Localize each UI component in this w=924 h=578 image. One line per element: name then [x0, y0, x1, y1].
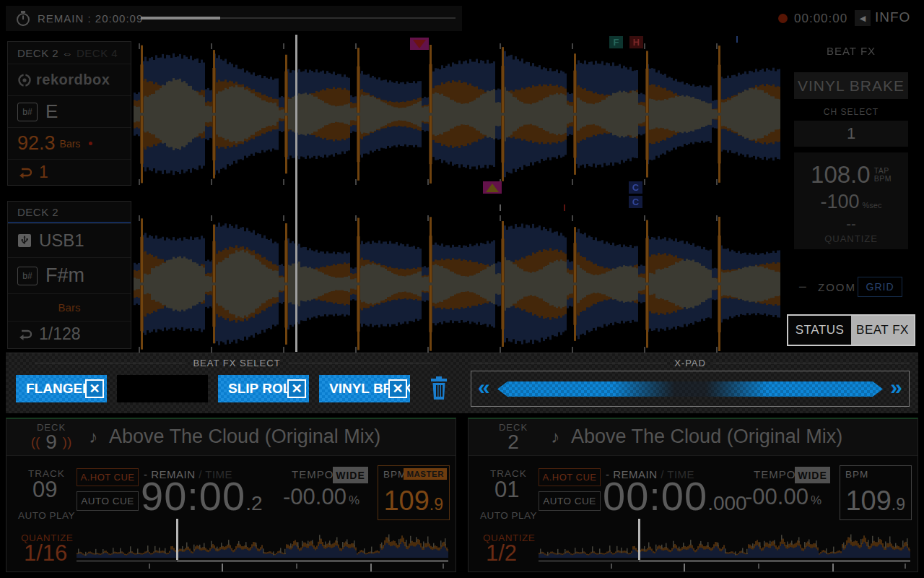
info-label[interactable]: INFO — [875, 9, 910, 25]
grid-button[interactable]: GRID — [858, 277, 902, 297]
deck-link-active: DECK 2 — [17, 47, 58, 59]
phrase-ticks — [539, 564, 910, 572]
marker-tick — [564, 204, 565, 211]
beatfx-header: BEAT FX — [789, 45, 913, 57]
beatfx-parameters: 108.0 TAPBPM -100 %sec -- QUANTIZE — [794, 152, 908, 249]
beatfx-quantize-label: QUANTIZE — [794, 233, 908, 244]
loop-row: 1 — [8, 159, 131, 185]
xpad-left-chevron-icon: « — [478, 375, 490, 400]
bars-row: Bars — [8, 293, 131, 321]
beatfx-name-display[interactable]: VINYL BRAKE — [794, 72, 908, 99]
beatfx-select-label: BEAT FX SELECT — [193, 358, 280, 368]
progress-remaining — [177, 560, 448, 562]
xpad-label: X-PAD — [674, 358, 706, 368]
marker-memory-down — [410, 38, 429, 50]
deck-info-panel: DECK 2 USB1 b# F#m Bars 1/128 — [7, 201, 131, 349]
fx-slot-4-close-icon[interactable]: ✕ — [388, 379, 407, 398]
phrase-tick — [758, 564, 759, 569]
progress-remaining — [639, 560, 910, 562]
quantize-value: 1/16 — [24, 540, 67, 566]
loop-icon — [17, 328, 33, 340]
xpad-right-chevron-icon: » — [890, 375, 902, 400]
beatfx-param1-unit: %sec — [863, 201, 882, 210]
overview-playhead — [176, 519, 178, 561]
clock-icon — [16, 11, 30, 27]
phrase-tick — [149, 564, 150, 569]
zoom-label: ZOOM — [818, 281, 856, 293]
track-title: ♪Above The Cloud (Original Mix) — [89, 426, 380, 448]
phrase-tick — [905, 564, 906, 569]
status-beatfx-toggle: STATUS BEAT FX — [787, 314, 915, 346]
fx-slot-4[interactable]: VINYL BRAKE ✕ — [319, 375, 410, 402]
deck-info-header[interactable]: DECK 2 — [8, 202, 131, 223]
tempo-label: TEMPO — [292, 468, 334, 480]
progress-elapsed — [77, 560, 177, 562]
beat-dot — [89, 142, 92, 145]
tap-bpm-label: TAPBPM — [874, 167, 892, 183]
usb-icon — [17, 233, 32, 248]
deck-link-header[interactable]: DECK 2 ⇔ DECK 4 — [8, 42, 131, 64]
ch-select-value[interactable]: 1 — [794, 121, 908, 147]
phrase-tick — [443, 564, 444, 569]
phrase-tick — [296, 564, 297, 569]
deck-panel-right: DECK 2 ♪Above The Cloud (Original Mix) T… — [468, 418, 918, 572]
track-progress-fill — [141, 17, 220, 20]
tempo-label: TEMPO — [754, 468, 796, 480]
tempo-display: -00.00% — [283, 484, 359, 510]
key-row: b# F#m — [8, 257, 131, 293]
loop-icon — [17, 166, 33, 178]
time-display: 00:00.000 — [603, 473, 747, 519]
top-bar: REMAIN : 20:00:09 — [6, 6, 462, 31]
auto-cue-badge[interactable]: AUTO CUE — [77, 491, 139, 511]
wide-badge: WIDE — [333, 467, 368, 483]
track-overview-waveform[interactable] — [77, 522, 448, 558]
marker-tick — [500, 204, 501, 211]
loop-row: 1/128 — [8, 321, 131, 347]
bpm-value: 109.9 — [383, 486, 443, 517]
xpad-bar[interactable] — [497, 381, 883, 397]
track-title: ♪Above The Cloud (Original Mix) — [551, 426, 842, 448]
marker-tick — [736, 36, 738, 43]
zoom-minus[interactable]: − — [798, 279, 807, 296]
fx-slot-2[interactable] — [117, 375, 208, 402]
record-time: 00:00:00 — [794, 12, 847, 26]
key-icon: b# — [17, 103, 38, 121]
waveform-zoom-top[interactable] — [134, 43, 780, 185]
key-value: F#m — [45, 264, 84, 287]
record-indicator — [778, 14, 788, 23]
waveform-zoom-bottom[interactable] — [134, 215, 780, 353]
auto-play-label: AUTO PLAY — [480, 510, 537, 521]
phrase-tick — [222, 564, 223, 571]
beatfx-param2: -- — [794, 216, 908, 233]
bars-row: 92.3 Bars — [8, 127, 131, 159]
bars-unit: Bars — [60, 138, 81, 150]
hot-cue-badge[interactable]: A.HOT CUE — [539, 468, 601, 486]
marker-hotcue: F — [609, 36, 623, 48]
wide-badge: WIDE — [795, 467, 830, 483]
xpad[interactable]: « » — [471, 371, 910, 407]
beatfx-tab[interactable]: BEAT FX — [851, 316, 914, 345]
phrase-tick — [684, 564, 685, 571]
deck-header: DECK 2 ♪Above The Cloud (Original Mix) — [468, 419, 918, 456]
marker-memory-up — [483, 181, 502, 194]
fx-slot-1-close-icon[interactable]: ✕ — [85, 379, 104, 398]
fx-slot-1[interactable]: FLANGER ✕ — [16, 375, 107, 402]
loop-value: 1 — [39, 163, 48, 182]
hot-cue-badge[interactable]: A.HOT CUE — [77, 468, 139, 486]
trash-icon[interactable] — [429, 376, 449, 400]
phrase-tick — [611, 564, 612, 569]
playhead — [295, 35, 297, 352]
track-number: 01 — [494, 477, 519, 503]
key-row: b# E — [8, 95, 131, 127]
bpm-label: BPM — [845, 469, 868, 480]
status-tab[interactable]: STATUS — [788, 316, 851, 345]
fx-slot-3-close-icon[interactable]: ✕ — [287, 379, 306, 398]
info-back-button[interactable]: ◀ — [855, 10, 871, 26]
fx-slot-3[interactable]: SLIP ROLL ✕ — [218, 375, 309, 402]
marker-hotcue: H — [629, 36, 643, 48]
deck-link-other: DECK 4 — [77, 47, 118, 59]
auto-cue-badge[interactable]: AUTO CUE — [539, 491, 601, 511]
track-overview-waveform[interactable] — [539, 522, 910, 558]
master-badge: MASTER — [404, 468, 447, 480]
bpm-label: BPM — [383, 469, 406, 480]
